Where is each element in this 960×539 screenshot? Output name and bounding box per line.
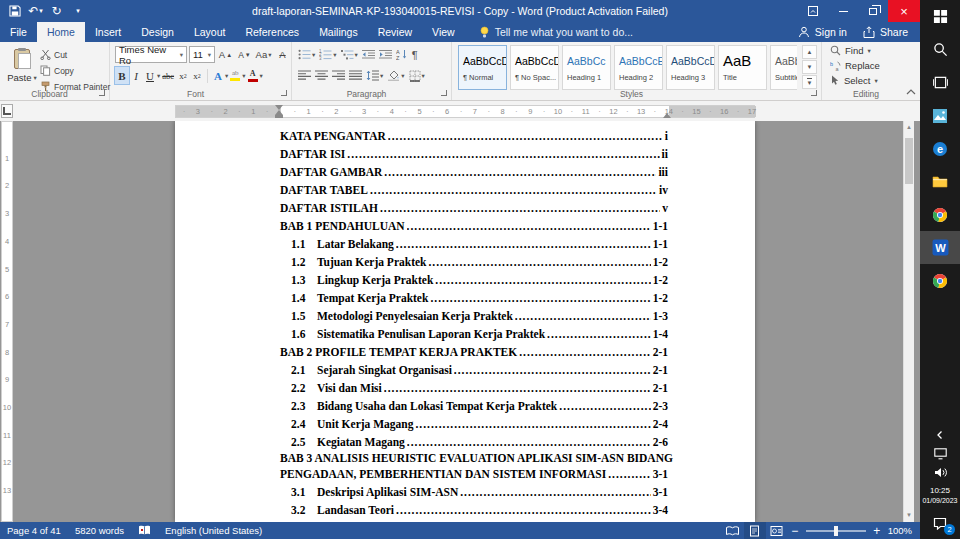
tell-me-box[interactable]: Tell me what you want to do... bbox=[479, 22, 633, 42]
sort-button[interactable]: AZ bbox=[396, 46, 408, 63]
vertical-scrollbar[interactable]: ▲ ▼ bbox=[903, 121, 914, 522]
copy-button[interactable]: Copy bbox=[40, 63, 110, 78]
zoom-in-button[interactable]: + bbox=[870, 524, 884, 538]
clear-formatting-button[interactable]: A bbox=[274, 46, 291, 63]
clipboard-dialog-launcher[interactable] bbox=[98, 89, 107, 98]
style-normal[interactable]: AaBbCcDc¶ Normal bbox=[458, 45, 507, 90]
zoom-level[interactable]: 100% bbox=[884, 525, 920, 536]
file-explorer-icon[interactable] bbox=[920, 165, 960, 198]
tab-file[interactable]: File bbox=[0, 22, 37, 42]
styles-gallery-more-button[interactable]: ▼ bbox=[802, 75, 817, 89]
change-case-button[interactable]: Aa▾ bbox=[255, 46, 272, 63]
print-layout-button[interactable] bbox=[744, 522, 766, 539]
document-page[interactable]: KATA PENGANTAR..........................… bbox=[175, 121, 755, 522]
language-indicator[interactable]: English (United States) bbox=[158, 522, 269, 539]
ribbon-display-options-button[interactable] bbox=[798, 0, 828, 22]
tab-layout[interactable]: Layout bbox=[184, 22, 236, 42]
zoom-slider-thumb[interactable] bbox=[834, 526, 838, 536]
close-button[interactable]: × bbox=[888, 0, 920, 22]
align-left-button[interactable] bbox=[298, 67, 311, 84]
style-no-spac[interactable]: AaBbCcDc¶ No Spac... bbox=[510, 45, 559, 90]
justify-button[interactable] bbox=[349, 67, 362, 84]
increase-indent-button[interactable] bbox=[379, 46, 392, 63]
redo-button[interactable]: ↻ bbox=[46, 1, 67, 21]
style-heading-1[interactable]: AaBbCcHeading 1 bbox=[562, 45, 611, 90]
style-subtitle[interactable]: AaBbCcDSubtitle bbox=[770, 45, 797, 90]
superscript-button[interactable]: x2 bbox=[190, 67, 204, 84]
vertical-ruler[interactable]: 12345678910111213 bbox=[1, 121, 13, 522]
scrollbar-thumb[interactable] bbox=[905, 138, 913, 184]
grow-font-button[interactable]: A▲ bbox=[217, 46, 234, 63]
font-family-combo[interactable]: Times New Ro▾ bbox=[115, 46, 187, 63]
select-button[interactable]: Select▾ bbox=[830, 75, 878, 86]
chrome-2-icon[interactable] bbox=[920, 264, 960, 297]
style-heading-3[interactable]: AaBbCcDHeading 3 bbox=[666, 45, 715, 90]
search-icon[interactable] bbox=[920, 33, 960, 66]
subscript-button[interactable]: x2 bbox=[176, 67, 190, 84]
left-indent-marker[interactable] bbox=[275, 115, 283, 118]
action-center-button[interactable]: 2 bbox=[920, 510, 960, 536]
taskbar-clock[interactable]: 10:25 01/09/2023 bbox=[922, 482, 957, 510]
bold-button[interactable]: B bbox=[115, 67, 129, 84]
shading-button[interactable]: ▾ bbox=[387, 67, 404, 84]
replace-button[interactable]: ba Replace bbox=[830, 60, 880, 71]
scroll-down-arrow[interactable]: ▼ bbox=[904, 509, 914, 522]
cut-button[interactable]: Cut bbox=[40, 47, 110, 62]
multilevel-list-button[interactable]: ▾ bbox=[341, 46, 358, 63]
collapse-ribbon-button[interactable] bbox=[906, 85, 916, 97]
decrease-indent-button[interactable] bbox=[362, 46, 375, 63]
tab-view[interactable]: View bbox=[422, 22, 465, 42]
tab-home[interactable]: Home bbox=[37, 22, 85, 42]
tab-references[interactable]: References bbox=[235, 22, 309, 42]
highlight-button[interactable]: ab bbox=[228, 67, 242, 84]
styles-scroll-up-button[interactable]: ▲ bbox=[802, 45, 817, 59]
style-title[interactable]: AaBTitle bbox=[718, 45, 767, 90]
shrink-font-button[interactable]: A▼ bbox=[236, 46, 253, 63]
restore-button[interactable] bbox=[858, 0, 888, 22]
read-mode-button[interactable] bbox=[722, 522, 744, 539]
save-button[interactable] bbox=[4, 1, 25, 21]
align-center-button[interactable] bbox=[315, 67, 328, 84]
underline-button[interactable]: U bbox=[143, 67, 157, 84]
page-indicator[interactable]: Page 4 of 41 bbox=[0, 522, 68, 539]
font-color-button[interactable]: A bbox=[246, 67, 260, 84]
volume-tray-icon[interactable] bbox=[920, 463, 960, 482]
chrome-icon[interactable] bbox=[920, 198, 960, 231]
customize-quick-access-button[interactable]: ▾ bbox=[67, 1, 88, 21]
minimize-button[interactable] bbox=[828, 0, 858, 22]
photos-icon[interactable] bbox=[920, 99, 960, 132]
paragraph-dialog-launcher[interactable] bbox=[440, 89, 449, 98]
italic-button[interactable]: I bbox=[129, 67, 143, 84]
horizontal-ruler[interactable]: 1231234567891011121314151617············… bbox=[175, 105, 755, 118]
bullets-button[interactable]: ▾ bbox=[298, 46, 315, 63]
display-tray-icon[interactable] bbox=[920, 444, 960, 463]
line-spacing-button[interactable]: ▾ bbox=[366, 67, 383, 84]
align-right-button[interactable] bbox=[332, 67, 345, 84]
borders-button[interactable]: ▾ bbox=[409, 67, 425, 84]
windows-start-icon[interactable] bbox=[920, 0, 960, 33]
zoom-slider[interactable] bbox=[806, 530, 866, 532]
numbering-button[interactable]: 123▾ bbox=[319, 46, 336, 63]
tab-stop-selector[interactable] bbox=[1, 104, 13, 118]
zoom-out-button[interactable]: − bbox=[788, 524, 802, 538]
tab-mailings[interactable]: Mailings bbox=[309, 22, 368, 42]
right-indent-marker[interactable] bbox=[663, 113, 671, 118]
tab-review[interactable]: Review bbox=[368, 22, 422, 42]
proofing-status[interactable] bbox=[131, 522, 158, 539]
sign-in-button[interactable]: Sign in bbox=[798, 26, 847, 38]
word-icon[interactable]: W bbox=[920, 231, 960, 264]
font-size-combo[interactable]: 11▾ bbox=[189, 46, 215, 63]
style-heading-2[interactable]: AaBbCcEHeading 2 bbox=[614, 45, 663, 90]
share-button[interactable]: Share bbox=[863, 26, 908, 38]
tab-insert[interactable]: Insert bbox=[85, 22, 131, 42]
word-count[interactable]: 5820 words bbox=[68, 522, 131, 539]
web-layout-button[interactable] bbox=[766, 522, 788, 539]
styles-scroll-down-button[interactable]: ▼ bbox=[802, 60, 817, 74]
scroll-up-arrow[interactable]: ▲ bbox=[904, 121, 914, 134]
styles-dialog-launcher[interactable] bbox=[810, 89, 819, 98]
find-button[interactable]: Find▾ bbox=[830, 45, 871, 56]
strikethrough-button[interactable]: abc bbox=[160, 67, 176, 84]
show-paragraph-marks-button[interactable]: ¶ bbox=[412, 46, 418, 63]
font-dialog-launcher[interactable] bbox=[280, 89, 289, 98]
undo-button[interactable]: ↶▾ bbox=[25, 1, 46, 21]
